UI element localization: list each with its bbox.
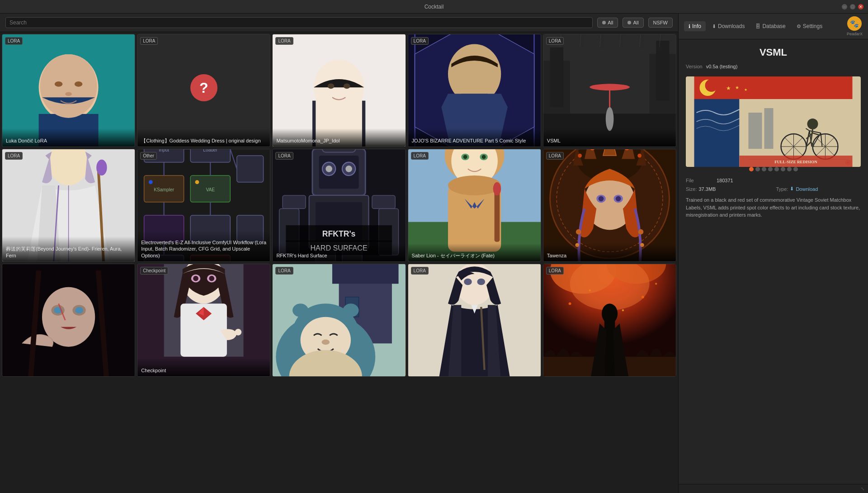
search-input[interactable] — [5, 17, 593, 28]
maximize-button[interactable]: □ — [850, 4, 855, 9]
gallery-item-9[interactable]: LORA Saber Lion - セイバーライオン (Fate) — [408, 149, 541, 262]
item-6-badge: LORA — [5, 152, 23, 160]
user-avatar-container: 🐾 PeadarX — [847, 16, 863, 36]
dot-7[interactable] — [793, 167, 798, 171]
svg-point-204 — [807, 119, 818, 129]
svg-point-6 — [65, 92, 72, 96]
source-filter-button[interactable]: All — [623, 18, 643, 28]
gallery-item-12[interactable]: Checkpoint Checkpoint — [137, 264, 270, 377]
close-button[interactable]: ✕ — [858, 4, 863, 9]
download-icon: ⬇ — [790, 186, 794, 192]
version-value: v0.5a (testing) — [706, 64, 738, 69]
svg-point-119 — [578, 154, 582, 158]
svg-rect-181 — [694, 76, 853, 99]
model-title: VSML — [686, 47, 861, 58]
tab-info[interactable]: ℹ Info — [684, 21, 706, 31]
svg-rect-46 — [237, 156, 264, 182]
source-filter-dot — [627, 21, 631, 24]
svg-point-142 — [193, 276, 198, 281]
svg-text:Input: Input — [159, 149, 169, 152]
item-9-label: Saber Lion - セイバーライオン (Fate) — [408, 243, 541, 261]
info-icon: ℹ — [689, 24, 690, 29]
svg-text:FULL-SIZE REDISION: FULL-SIZE REDISION — [774, 160, 817, 164]
window-controls[interactable]: ─ □ ✕ — [842, 4, 863, 9]
tab-database-label: Database — [762, 23, 785, 29]
svg-rect-82 — [322, 149, 355, 152]
svg-text:Loader: Loader — [203, 149, 218, 152]
source-filter-label: All — [633, 20, 638, 25]
gallery-item-15[interactable]: LORA — [543, 264, 676, 377]
gallery-item-6[interactable]: LORA 葬送的芙莉莲(Beyond Journey's End)- Frier… — [2, 149, 135, 262]
svg-point-179 — [622, 309, 624, 311]
type-filter-button[interactable]: All — [597, 18, 618, 28]
item-6-label: 葬送的芙莉莲(Beyond Journey's End)- Frieren, A… — [2, 237, 135, 261]
gallery-item-3[interactable]: LORA MatsumotoMomona_JP_Idol — [272, 34, 406, 147]
svg-point-155 — [322, 340, 330, 345]
svg-point-4 — [55, 81, 63, 87]
dot-5[interactable] — [781, 167, 785, 171]
svg-rect-173 — [604, 317, 615, 376]
item-1-badge: LORA — [5, 37, 23, 45]
avatar-name: PeadarX — [847, 32, 863, 36]
item-2-badge: LORA — [140, 37, 158, 45]
item-4-label: JOJO'S BIZARRE ADVENTURE Part 5 Comic St… — [408, 128, 541, 147]
svg-point-160 — [343, 303, 359, 317]
item-9-badge: LORA — [411, 152, 429, 160]
gallery-item-8[interactable]: RFKTR's HARD SURFACE LORA RFKTR's Hard S… — [272, 149, 406, 262]
item-4-badge: LORA — [411, 37, 429, 45]
svg-point-106 — [493, 182, 501, 195]
tab-settings[interactable]: ⚙ Settings — [792, 21, 827, 31]
svg-point-73 — [346, 166, 353, 172]
gallery-item-10[interactable]: LORA Tawenza — [543, 149, 676, 262]
file-label: File — [686, 178, 713, 183]
item-8-label: RFKTR's Hard Surface — [273, 243, 405, 261]
tab-database[interactable]: 🗄 Database — [751, 21, 790, 31]
dot-2[interactable] — [762, 167, 766, 171]
question-icon: ? — [190, 74, 217, 101]
svg-rect-150 — [332, 264, 399, 284]
svg-point-62 — [195, 180, 199, 184]
download-button[interactable]: ⬇ Download — [790, 186, 818, 192]
svg-point-11 — [328, 83, 335, 89]
svg-point-176 — [589, 289, 590, 291]
gallery-item-4[interactable]: LORA JOJO'S BIZARRE ADVENTURE Part 5 Com… — [408, 34, 541, 147]
dot-1[interactable] — [755, 167, 760, 171]
gallery-item-2[interactable]: ? LORA 【Clothing】Goddess Wedding Dress |… — [137, 34, 270, 147]
type-filter-dot — [602, 21, 606, 24]
nsfw-button[interactable]: NSFW — [648, 18, 673, 28]
dot-0[interactable] — [749, 167, 754, 171]
svg-point-178 — [655, 283, 657, 284]
svg-rect-213 — [764, 108, 774, 149]
svg-point-174 — [602, 303, 618, 323]
dot-6[interactable] — [787, 167, 792, 171]
tab-downloads[interactable]: ⬇ Downloads — [708, 21, 749, 31]
item-8-badge: LORA — [275, 152, 293, 160]
gallery-item-7[interactable]: Input Loader KSampler VAE Other Electrov… — [137, 149, 270, 262]
svg-point-175 — [569, 302, 571, 305]
gallery-item-14[interactable]: LORA — [408, 264, 541, 377]
app-title: Cocktail — [425, 4, 444, 10]
dot-3[interactable] — [768, 167, 773, 171]
gallery-item-1[interactable]: LORA Luka Dončič LoRA — [2, 34, 135, 147]
size-item: Size: 37.3MB — [686, 186, 771, 192]
item-14-badge: LORA — [411, 267, 429, 275]
svg-point-177 — [642, 296, 644, 299]
item-15-badge: LORA — [546, 267, 564, 275]
gallery-item-11[interactable] — [2, 264, 135, 377]
size-label: Size: — [686, 186, 697, 192]
gallery-item-13[interactable]: LORA — [272, 264, 406, 377]
gallery-item-5[interactable]: LORA VSML — [543, 34, 676, 147]
avatar-icon[interactable]: 🐾 — [847, 16, 862, 31]
tab-info-label: Info — [692, 23, 701, 29]
svg-point-126 — [576, 229, 581, 235]
minimize-button[interactable]: ─ — [842, 4, 847, 9]
version-label: Version — [686, 64, 703, 69]
right-content: VSML Version v0.5a (testing) — [679, 39, 868, 484]
svg-point-124 — [598, 196, 604, 201]
settings-icon: ⚙ — [797, 24, 801, 29]
svg-text:★: ★ — [735, 85, 739, 90]
database-icon: 🗄 — [755, 24, 760, 29]
item-3-label: MatsumotoMomona_JP_Idol — [273, 128, 405, 147]
dot-4[interactable] — [774, 167, 779, 171]
item-10-label: Tawenza — [543, 243, 676, 261]
